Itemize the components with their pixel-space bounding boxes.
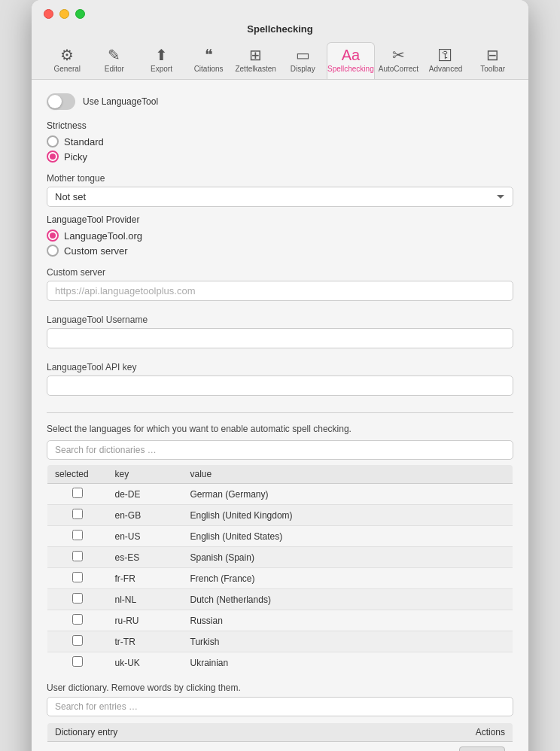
dict-table: selected key value de-DE German (Germany… bbox=[47, 464, 513, 673]
toolbar-item-toolbar[interactable]: ⊟ Toolbar bbox=[469, 43, 516, 79]
spell-check-description: Select the languages for which you want … bbox=[47, 424, 513, 434]
dict-value: Ukrainian bbox=[183, 652, 513, 673]
toolbar-label-export: Export bbox=[151, 65, 172, 73]
citations-icon: ❝ bbox=[205, 47, 213, 62]
strictness-label: Strictness bbox=[47, 120, 513, 131]
toolbar-item-spellchecking[interactable]: Aa Spellchecking bbox=[327, 42, 376, 79]
titlebar: Spellchecking ⚙ General ✎ Editor ⬆ Expor… bbox=[32, 0, 528, 80]
picky-radio[interactable] bbox=[47, 151, 59, 163]
toolbar-label-spellchecking: Spellchecking bbox=[327, 65, 374, 73]
picky-radio-row: Picky bbox=[47, 151, 513, 163]
dict-key: es-ES bbox=[108, 547, 183, 568]
toolbar-label-autocorrect: AutoCorrect bbox=[379, 65, 418, 73]
strictness-group: Standard Picky bbox=[47, 135, 513, 163]
dict-key: nl-NL bbox=[108, 589, 183, 610]
dict-checkbox[interactable] bbox=[72, 614, 83, 625]
dict-value: English (United Kingdom) bbox=[183, 505, 513, 526]
custom-server-radio[interactable] bbox=[47, 245, 59, 257]
toolbar-item-display[interactable]: ▭ Display bbox=[279, 43, 327, 79]
zettelkasten-icon: ⊞ bbox=[249, 47, 262, 62]
dict-value: French (France) bbox=[183, 568, 513, 589]
entry-search-input[interactable] bbox=[47, 697, 513, 716]
dict-checkbox[interactable] bbox=[72, 551, 83, 561]
toolbar-item-citations[interactable]: ❝ Citations bbox=[185, 43, 233, 79]
toolbar-label-citations: Citations bbox=[194, 65, 224, 73]
toolbar-item-export[interactable]: ⬆ Export bbox=[138, 43, 185, 79]
entry-row: Zettlr Delete bbox=[47, 742, 513, 752]
dict-value: Dutch (Netherlands) bbox=[183, 589, 513, 610]
standard-radio-row: Standard bbox=[47, 135, 513, 147]
maximize-button[interactable] bbox=[75, 9, 85, 19]
col-entry: Dictionary entry bbox=[47, 723, 309, 742]
dict-key: en-US bbox=[108, 526, 183, 547]
dict-search-input[interactable] bbox=[47, 440, 513, 460]
dict-key: ru-RU bbox=[108, 610, 183, 631]
content-area: Use LanguageTool Strictness Standard Pic… bbox=[32, 80, 528, 751]
toolbar-item-general[interactable]: ⚙ General bbox=[44, 43, 91, 79]
export-icon: ⬆ bbox=[155, 47, 168, 62]
entry-word: Zettlr bbox=[47, 742, 309, 752]
col-key: key bbox=[108, 465, 183, 484]
languagetool-label: Use LanguageTool bbox=[83, 96, 158, 107]
api-key-input[interactable] bbox=[47, 376, 513, 396]
standard-label: Standard bbox=[64, 136, 104, 147]
dict-row: es-ES Spanish (Spain) bbox=[47, 547, 513, 568]
toolbar: ⚙ General ✎ Editor ⬆ Export ❝ Citations … bbox=[44, 42, 516, 79]
toolbar-item-editor[interactable]: ✎ Editor bbox=[91, 43, 138, 79]
advanced-icon: ⚿ bbox=[438, 47, 453, 62]
custom-server-input[interactable] bbox=[47, 281, 513, 301]
delete-button[interactable]: Delete bbox=[459, 746, 505, 751]
toolbar-item-advanced[interactable]: ⚿ Advanced bbox=[422, 43, 470, 79]
dict-checkbox[interactable] bbox=[72, 593, 83, 604]
dict-key: en-GB bbox=[108, 505, 183, 526]
toolbar-label-general: General bbox=[54, 65, 81, 73]
dict-checkbox[interactable] bbox=[72, 530, 83, 540]
dict-row: de-DE German (Germany) bbox=[47, 484, 513, 505]
toolbar-label-advanced: Advanced bbox=[429, 65, 462, 73]
general-icon: ⚙ bbox=[60, 47, 74, 62]
dict-row: tr-TR Turkish bbox=[47, 631, 513, 652]
col-value: value bbox=[183, 465, 513, 484]
dict-row: en-GB English (United Kingdom) bbox=[47, 505, 513, 526]
mother-tongue-select[interactable]: Not set bbox=[47, 187, 513, 207]
close-button[interactable] bbox=[44, 9, 53, 19]
dict-value: Turkish bbox=[183, 631, 513, 652]
custom-server-row: Custom server bbox=[47, 245, 513, 257]
dict-checkbox[interactable] bbox=[72, 488, 83, 498]
dict-checkbox[interactable] bbox=[72, 509, 83, 519]
dict-row: uk-UK Ukrainian bbox=[47, 652, 513, 673]
minimize-button[interactable] bbox=[59, 9, 69, 19]
custom-server-field-label: Custom server bbox=[47, 267, 513, 278]
user-dict-label: User dictionary. Remove words by clickin… bbox=[47, 683, 513, 693]
username-input[interactable] bbox=[47, 328, 513, 348]
standard-radio[interactable] bbox=[47, 135, 59, 147]
dict-value: Spanish (Spain) bbox=[183, 547, 513, 568]
display-icon: ▭ bbox=[296, 47, 310, 62]
custom-server-label: Custom server bbox=[64, 245, 128, 257]
toolbar-icon: ⊟ bbox=[486, 47, 499, 62]
traffic-lights bbox=[44, 9, 85, 19]
dict-row: nl-NL Dutch (Netherlands) bbox=[47, 589, 513, 610]
dict-row: fr-FR French (France) bbox=[47, 568, 513, 589]
dict-checkbox[interactable] bbox=[72, 656, 83, 667]
languagetool-toggle[interactable] bbox=[47, 93, 75, 110]
dict-checkbox[interactable] bbox=[72, 635, 83, 646]
toolbar-label-toolbar: Toolbar bbox=[480, 65, 505, 73]
col-actions: Actions bbox=[309, 723, 513, 742]
dict-value: German (Germany) bbox=[183, 484, 513, 505]
autocorrect-icon: ✂ bbox=[392, 47, 405, 62]
toolbar-item-autocorrect[interactable]: ✂ AutoCorrect bbox=[375, 43, 422, 79]
spellchecking-icon: Aa bbox=[342, 47, 360, 62]
dict-value: Russian bbox=[183, 610, 513, 631]
dict-table-header: selected key value bbox=[47, 465, 513, 484]
dict-checkbox[interactable] bbox=[72, 572, 83, 582]
dict-key: tr-TR bbox=[108, 631, 183, 652]
dict-key: de-DE bbox=[108, 484, 183, 505]
username-label: LanguageTool Username bbox=[47, 315, 513, 325]
languagetool-org-radio[interactable] bbox=[47, 230, 59, 242]
mother-tongue-label: Mother tongue bbox=[47, 173, 513, 184]
dict-value: English (United States) bbox=[183, 526, 513, 547]
toolbar-item-zettelkasten[interactable]: ⊞ Zettelkasten bbox=[232, 43, 279, 79]
col-selected: selected bbox=[47, 465, 108, 484]
dict-entry-table: Dictionary entry Actions Zettlr Delete bbox=[47, 722, 513, 751]
